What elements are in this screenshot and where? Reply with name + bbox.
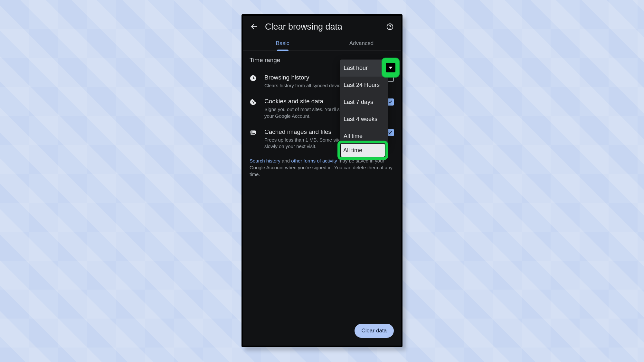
info-text: Search history and other forms of activi… [243, 154, 401, 178]
svg-point-6 [253, 104, 254, 104]
tab-advanced[interactable]: Advanced [322, 37, 401, 51]
dropdown-item-last-hour[interactable]: Last hour [340, 60, 388, 77]
time-range-caret-button[interactable] [386, 63, 395, 72]
page-title: Clear browsing data [265, 22, 379, 32]
time-range-dropdown: Last hour Last 24 Hours Last 7 days Last… [340, 60, 388, 145]
svg-point-3 [252, 101, 252, 102]
phone-frame: Clear browsing data Basic Advanced Time … [242, 14, 402, 347]
clock-icon [250, 75, 257, 82]
time-range-label: Time range [250, 57, 280, 64]
help-button[interactable] [385, 22, 395, 32]
clear-data-button[interactable]: Clear data [355, 324, 394, 338]
dropdown-item-last-7-days[interactable]: Last 7 days [340, 94, 388, 111]
svg-point-1 [390, 28, 390, 29]
highlight-caret [382, 58, 400, 78]
dropdown-item-last-4-weeks[interactable]: Last 4 weeks [340, 111, 388, 128]
svg-point-5 [253, 102, 254, 103]
image-icon [250, 129, 257, 137]
svg-point-8 [251, 131, 252, 132]
back-button[interactable] [249, 22, 259, 32]
arrow-left-icon [250, 23, 258, 31]
chevron-down-icon [389, 67, 393, 69]
link-search-history[interactable]: Search history [250, 158, 280, 163]
cookie-icon [250, 98, 257, 106]
tabs: Basic Advanced [243, 37, 401, 51]
link-other-activity[interactable]: other forms of activity [291, 158, 337, 163]
footer-bar: Clear data [243, 317, 401, 346]
svg-point-4 [251, 103, 252, 103]
tab-basic[interactable]: Basic [243, 37, 322, 51]
info-sep: and [280, 158, 291, 163]
app-bar: Clear browsing data [243, 16, 401, 37]
dropdown-item-all-time[interactable]: All time [340, 128, 388, 145]
help-icon [386, 23, 394, 31]
dropdown-item-last-24-hours[interactable]: Last 24 Hours [340, 77, 388, 94]
